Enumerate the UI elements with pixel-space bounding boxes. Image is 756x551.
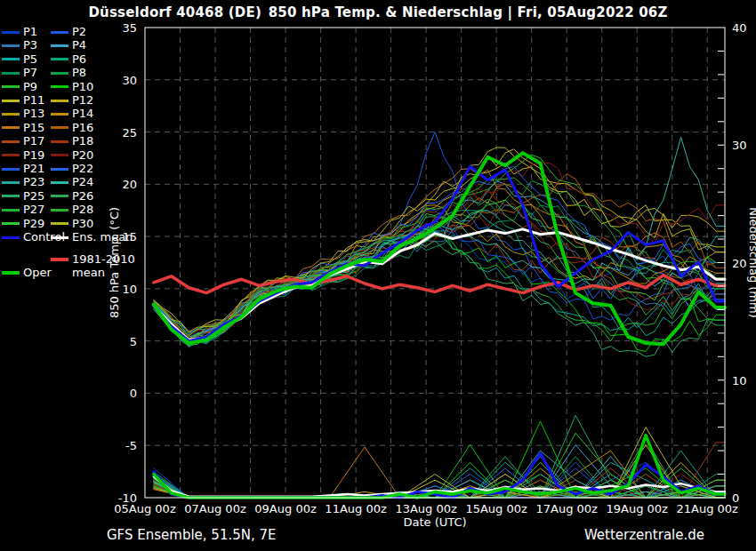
x-tick-label: 07Aug 00z — [184, 502, 246, 515]
x-tick-label: 21Aug 00z — [677, 502, 739, 515]
member-temp-line-P23 — [154, 212, 725, 344]
model-info-text: GFS Ensemble, 51.5N, 7E — [107, 527, 277, 543]
x-tick-label: 19Aug 00z — [606, 502, 668, 515]
meteogram-page: Düsseldorf 40468 (DE) 850 hPa Temp. & Ni… — [0, 0, 756, 551]
x-tick-label: 15Aug 00z — [465, 502, 527, 515]
y-right-tick-label: 20 — [732, 257, 747, 270]
y-left-tick-label: 30 — [122, 74, 137, 87]
x-tick-label: 05Aug 00z — [114, 502, 176, 515]
x-tick-label: 17Aug 00z — [535, 502, 598, 515]
x-axis-title: Date (UTC) — [403, 515, 466, 529]
y-left-axis-title: 850 hPa Temp. (°C) — [108, 207, 121, 318]
y-left-tick-label: 35 — [122, 21, 137, 35]
x-tick-label: 13Aug 00z — [395, 502, 457, 515]
y-left-tick-label: 20 — [122, 178, 137, 191]
x-tick-label: 11Aug 00z — [325, 502, 387, 515]
y-left-tick-label: -5 — [125, 439, 137, 452]
x-tick-label: 09Aug 00z — [254, 502, 317, 515]
y-left-tick-label: 15 — [122, 230, 137, 244]
site-credit-text: Wetterzentrale.de — [584, 527, 704, 543]
y-left-tick-label: 5 — [130, 335, 137, 348]
member-temp-line-P29 — [154, 200, 725, 342]
y-right-tick-label: 10 — [732, 374, 747, 387]
y-right-tick-label: 40 — [732, 21, 747, 35]
y-right-tick-label: 30 — [732, 139, 747, 152]
plot-frame — [145, 28, 725, 498]
y-left-tick-label: 25 — [122, 126, 137, 140]
y-left-tick-label: 10 — [122, 283, 137, 296]
y-right-axis-title: Niederschlag (mm) — [747, 207, 756, 318]
climate-mean-line — [154, 276, 725, 293]
member-temp-line-P1 — [154, 210, 725, 345]
y-left-tick-label: 0 — [130, 387, 137, 400]
ensemble-chart: 35302520151050-5-1040302010005Aug 00z07A… — [0, 0, 756, 551]
